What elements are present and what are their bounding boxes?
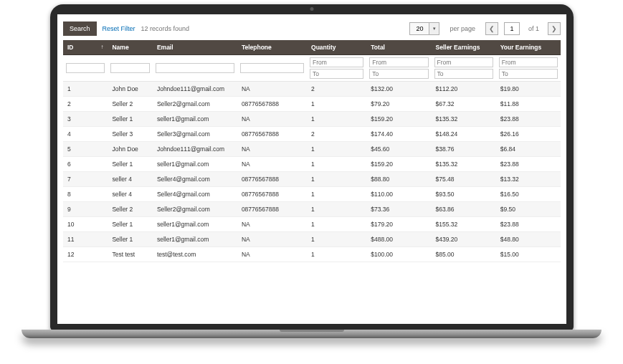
table-row[interactable]: 10Seller 1seller1@gmail.comNA1$179.20$15… [63, 217, 561, 232]
cell-se: $135.32 [432, 112, 496, 127]
cell-se: $439.20 [432, 232, 496, 247]
cell-ye: $26.16 [496, 127, 561, 142]
filter-total-from[interactable] [369, 57, 428, 67]
prev-page-button[interactable]: ❮ [485, 22, 498, 35]
filter-se-to[interactable] [434, 69, 493, 79]
cell-total: $179.20 [366, 217, 431, 232]
earnings-grid: ID↑ Name Email Telephone Quantity Total … [63, 40, 561, 262]
cell-total: $73.36 [366, 202, 431, 217]
cell-se: $38.76 [432, 142, 496, 157]
cell-name: Seller 1 [108, 157, 152, 172]
cell-email: seller1@gmail.com [153, 232, 237, 247]
cell-email: seller1@gmail.com [153, 112, 237, 127]
cell-name: Seller 2 [108, 97, 152, 112]
cell-name: Seller 3 [108, 127, 152, 142]
grid-toolbar: Search Reset Filter 12 records found ▾ p… [63, 21, 561, 36]
col-your-earnings[interactable]: Your Earnings [496, 40, 561, 55]
filter-se-from[interactable] [434, 57, 493, 67]
cell-email: test@test.com [153, 247, 237, 262]
cell-email: Seller4@gmail.com [153, 172, 237, 187]
cell-qty: 1 [307, 157, 366, 172]
laptop-notch [280, 330, 344, 332]
filter-qty-to[interactable] [310, 69, 363, 79]
camera-dot [310, 7, 314, 11]
cell-tel: NA [237, 157, 307, 172]
reset-filter-link[interactable]: Reset Filter [103, 25, 135, 32]
table-row[interactable]: 7seller 4Seller4@gmail.com087765678881$8… [63, 172, 561, 187]
cell-qty: 1 [307, 247, 366, 262]
table-row[interactable]: 1John DoeJohndoe111@gmail.comNA2$132.00$… [63, 82, 561, 97]
next-page-button[interactable]: ❯ [548, 22, 561, 35]
per-page-input[interactable] [409, 22, 429, 35]
sort-asc-icon: ↑ [100, 44, 103, 50]
search-button[interactable]: Search [63, 21, 97, 36]
cell-total: $45.60 [366, 142, 431, 157]
cell-total: $488.00 [366, 232, 431, 247]
laptop-frame: Search Reset Filter 12 records found ▾ p… [50, 4, 574, 331]
cell-email: Seller2@gmail.com [153, 97, 237, 112]
cell-email: Seller3@gmail.com [153, 127, 237, 142]
cell-se: $93.50 [432, 187, 496, 202]
table-row[interactable]: 6Seller 1seller1@gmail.comNA1$159.20$135… [63, 157, 561, 172]
filter-ye-to[interactable] [499, 69, 558, 79]
table-row[interactable]: 5John DoeJohndoe111@gmail.comNA1$45.60$3… [63, 142, 561, 157]
cell-name: John Doe [108, 82, 152, 97]
cell-tel: 08776567888 [237, 187, 307, 202]
col-id[interactable]: ID↑ [63, 40, 108, 55]
cell-ye: $48.80 [496, 232, 561, 247]
table-row[interactable]: 11Seller 1seller1@gmail.comNA1$488.00$43… [63, 232, 561, 247]
cell-qty: 1 [307, 97, 366, 112]
cell-id: 4 [63, 127, 108, 142]
filter-email[interactable] [156, 63, 234, 73]
cell-name: seller 4 [108, 172, 152, 187]
table-row[interactable]: 3Seller 1seller1@gmail.comNA1$159.20$135… [63, 112, 561, 127]
col-telephone[interactable]: Telephone [237, 40, 307, 55]
cell-ye: $23.88 [496, 157, 561, 172]
records-found-label: 12 records found [141, 25, 190, 32]
table-row[interactable]: 2Seller 2Seller2@gmail.com087765678881$7… [63, 97, 561, 112]
page-input[interactable] [504, 22, 520, 35]
cell-qty: 1 [307, 112, 366, 127]
cell-se: $63.86 [432, 202, 496, 217]
cell-qty: 1 [307, 187, 366, 202]
cell-email: seller1@gmail.com [153, 157, 237, 172]
filter-qty-from[interactable] [310, 57, 363, 67]
filter-total-to[interactable] [369, 69, 428, 79]
chevron-down-icon[interactable]: ▾ [429, 22, 439, 35]
cell-id: 12 [63, 247, 108, 262]
filter-telephone[interactable] [240, 63, 304, 73]
cell-tel: NA [237, 232, 307, 247]
cell-id: 5 [63, 142, 108, 157]
cell-name: Seller 1 [108, 217, 152, 232]
cell-ye: $23.88 [496, 217, 561, 232]
filter-ye-from[interactable] [499, 57, 558, 67]
filter-id[interactable] [66, 63, 105, 73]
col-total[interactable]: Total [366, 40, 431, 55]
cell-tel: NA [237, 142, 307, 157]
cell-qty: 2 [307, 82, 366, 97]
col-name[interactable]: Name [108, 40, 152, 55]
col-quantity[interactable]: Quantity [307, 40, 366, 55]
table-row[interactable]: 8seller 4Seller4@gmail.com087765678881$1… [63, 187, 561, 202]
cell-total: $159.20 [366, 112, 431, 127]
cell-tel: NA [237, 247, 307, 262]
table-row[interactable]: 4Seller 3Seller3@gmail.com087765678882$1… [63, 127, 561, 142]
table-row[interactable]: 9Seller 2Seller2@gmail.com087765678881$7… [63, 202, 561, 217]
filter-name[interactable] [110, 63, 149, 73]
app-screen: Search Reset Filter 12 records found ▾ p… [57, 14, 566, 324]
cell-email: Seller4@gmail.com [153, 187, 237, 202]
cell-ye: $23.88 [496, 112, 561, 127]
cell-qty: 1 [307, 232, 366, 247]
cell-se: $135.32 [432, 157, 496, 172]
table-row[interactable]: 12Test testtest@test.comNA1$100.00$85.00… [63, 247, 561, 262]
cell-total: $174.40 [366, 127, 431, 142]
filter-row [63, 55, 561, 82]
col-email[interactable]: Email [153, 40, 237, 55]
col-seller-earnings[interactable]: Seller Earnings [432, 40, 496, 55]
per-page-selector[interactable]: ▾ [409, 22, 439, 35]
cell-qty: 1 [307, 217, 366, 232]
cell-name: John Doe [108, 142, 152, 157]
cell-email: Johndoe111@gmail.com [153, 82, 237, 97]
header-row: ID↑ Name Email Telephone Quantity Total … [63, 40, 561, 55]
page-total-label: of 1 [528, 25, 539, 32]
